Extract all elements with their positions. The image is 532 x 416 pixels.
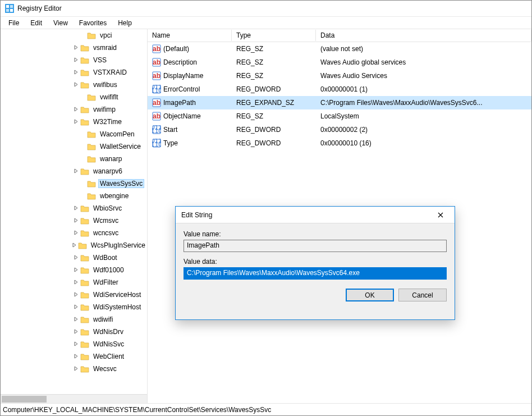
tree-item[interactable]: vwifimp xyxy=(1,103,147,116)
tree-item[interactable]: WdFilter xyxy=(1,276,147,289)
value-name: Type xyxy=(163,139,178,147)
value-row[interactable]: TypeREG_DWORD0x00000010 (16) xyxy=(148,136,531,150)
value-data: LocalSystem xyxy=(316,111,531,121)
tree-horizontal-scrollbar[interactable] xyxy=(1,394,147,403)
tree-item[interactable]: WdBoot xyxy=(1,252,147,264)
menu-file[interactable]: File xyxy=(3,18,25,28)
column-header-data[interactable]: Data xyxy=(316,30,531,41)
value-row[interactable]: ErrorControlREG_DWORD0x00000001 (1) xyxy=(148,83,531,96)
expander-icon[interactable] xyxy=(71,254,80,261)
tree-item[interactable]: WdiServiceHost xyxy=(1,289,147,301)
tree-item[interactable]: vsmraid xyxy=(1,42,147,54)
tree-item-label: WcsPlugInService xyxy=(89,241,147,250)
tree-item[interactable]: VSTXRAID xyxy=(1,66,147,79)
expander-icon[interactable] xyxy=(71,341,80,348)
menu-view[interactable]: View xyxy=(48,18,74,28)
expander-icon[interactable] xyxy=(71,304,80,310)
expander-icon[interactable] xyxy=(71,205,80,212)
expander-icon[interactable] xyxy=(71,57,80,63)
tree-item[interactable]: WdNisDrv xyxy=(1,326,147,338)
value-row[interactable]: DescriptionREG_SZWaves Audio global serv… xyxy=(148,56,531,69)
tree-item[interactable]: vpci xyxy=(1,29,147,42)
tree-item[interactable]: wdiwifi xyxy=(1,313,147,326)
value-row[interactable]: (Default)REG_SZ(value not set) xyxy=(148,42,531,56)
expander-icon[interactable] xyxy=(71,316,80,323)
status-path: Computer\HKEY_LOCAL_MACHINE\SYSTEM\Curre… xyxy=(3,406,271,414)
tree-item-label: WalletService xyxy=(98,142,143,151)
menu-favorites[interactable]: Favorites xyxy=(74,18,112,28)
column-header-name[interactable]: Name xyxy=(148,30,232,41)
tree-item-label: wanarp xyxy=(98,154,123,163)
value-data: 0x00000001 (1) xyxy=(316,84,531,94)
tree-item[interactable]: WavesSysSvc xyxy=(1,177,147,190)
tree-item[interactable]: wbengine xyxy=(1,190,147,202)
expander-icon[interactable] xyxy=(71,106,80,113)
tree-item[interactable]: wanarp xyxy=(1,153,147,165)
expander-icon[interactable] xyxy=(71,328,80,335)
tree-item[interactable]: vwififlt xyxy=(1,91,147,103)
expander-icon[interactable] xyxy=(71,44,80,51)
folder-icon xyxy=(80,106,89,113)
value-data-input[interactable]: C:\Program Files\Waves\MaxxAudio\WavesSy… xyxy=(184,267,447,280)
folder-icon xyxy=(80,44,89,52)
menu-edit[interactable]: Edit xyxy=(25,18,48,28)
value-row[interactable]: ImagePathREG_EXPAND_SZC:\Program Files\W… xyxy=(148,96,531,109)
tree-item[interactable]: VSS xyxy=(1,54,147,66)
tree-item-label: WavesSysSvc xyxy=(98,179,144,188)
expander-icon[interactable] xyxy=(71,118,80,125)
titlebar[interactable]: Registry Editor xyxy=(1,1,531,17)
tree-item[interactable]: W32Time xyxy=(1,116,147,128)
cancel-button[interactable]: Cancel xyxy=(398,289,447,301)
value-data: (value not set) xyxy=(316,44,531,54)
close-icon[interactable] xyxy=(432,207,449,223)
folder-icon xyxy=(87,31,96,39)
expander-icon[interactable] xyxy=(71,242,78,249)
menu-help[interactable]: Help xyxy=(112,18,137,28)
value-row[interactable]: StartREG_DWORD0x00000002 (2) xyxy=(148,123,531,136)
expander-icon[interactable] xyxy=(71,279,80,286)
tree-item[interactable]: WdiSystemHost xyxy=(1,301,147,313)
folder-icon xyxy=(80,278,89,286)
dialog-titlebar[interactable]: Edit String xyxy=(176,207,455,223)
expander-icon[interactable] xyxy=(71,230,80,236)
tree-item[interactable]: WbioSrvc xyxy=(1,202,147,214)
column-header-type[interactable]: Type xyxy=(232,30,316,41)
expander-icon[interactable] xyxy=(71,365,80,372)
expander-icon[interactable] xyxy=(71,353,80,360)
expander-icon[interactable] xyxy=(71,267,80,273)
tree-item[interactable]: Wcmsvc xyxy=(1,214,147,227)
tree-item[interactable]: WdNisSvc xyxy=(1,338,147,350)
value-data-label: Value data: xyxy=(184,258,447,266)
tree-item[interactable]: WacomPen xyxy=(1,128,147,140)
tree-item-label: wdiwifi xyxy=(91,315,114,324)
window-title: Registry Editor xyxy=(17,4,62,12)
ok-button[interactable]: OK xyxy=(346,289,394,301)
tree-item[interactable]: WalletService xyxy=(1,140,147,153)
expander-icon[interactable] xyxy=(71,168,80,175)
value-name-input[interactable]: ImagePath xyxy=(184,240,447,252)
expander-icon[interactable] xyxy=(71,81,80,88)
tree-item-label: wcncsvc xyxy=(91,228,120,237)
value-row[interactable]: DisplayNameREG_SZWaves Audio Services xyxy=(148,69,531,83)
tree-item[interactable]: Wecsvc xyxy=(1,363,147,375)
tree-item-label: WdNisSvc xyxy=(91,340,126,349)
tree-item[interactable]: Wdf01000 xyxy=(1,264,147,276)
tree-item[interactable]: WcsPlugInService xyxy=(1,239,147,252)
value-row[interactable]: ObjectNameREG_SZLocalSystem xyxy=(148,109,531,123)
regedit-icon xyxy=(5,4,14,13)
value-type: REG_SZ xyxy=(232,111,316,121)
tree-item[interactable]: WebClient xyxy=(1,350,147,363)
folder-icon xyxy=(80,56,89,64)
expander-icon[interactable] xyxy=(71,217,80,224)
expander-icon[interactable] xyxy=(71,291,80,298)
tree-item[interactable]: wanarpv6 xyxy=(1,165,147,177)
expander-icon[interactable] xyxy=(71,69,80,76)
tree-item-label: wbengine xyxy=(98,191,130,200)
tree-item[interactable]: vwifibus xyxy=(1,79,147,91)
tree-pane[interactable]: vpcivsmraidVSSVSTXRAIDvwifibusvwififltvw… xyxy=(1,29,148,403)
tree-item[interactable]: wcncsvc xyxy=(1,227,147,239)
tree-item-label: VSTXRAID xyxy=(91,68,129,77)
folder-icon xyxy=(80,328,89,336)
folder-icon xyxy=(87,93,96,101)
tree-item-label: Wecsvc xyxy=(91,364,118,373)
